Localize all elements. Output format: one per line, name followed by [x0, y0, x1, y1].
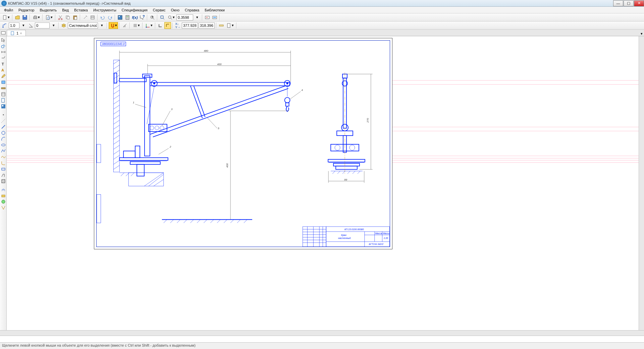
- line-tool[interactable]: [0, 124, 6, 130]
- ortho-button[interactable]: [157, 22, 164, 29]
- zoom-dropdown[interactable]: ▾: [194, 14, 201, 21]
- spline-tool[interactable]: [0, 154, 6, 160]
- vertical-scrollbar[interactable]: [639, 36, 644, 330]
- cut-button[interactable]: [57, 14, 64, 21]
- coord-y-input[interactable]: [199, 22, 215, 29]
- geometry-tool[interactable]: [0, 43, 6, 49]
- auxline-tool[interactable]: [0, 118, 6, 123]
- layer-icon[interactable]: [60, 22, 67, 29]
- undo-button[interactable]: [99, 14, 106, 21]
- reports-tool[interactable]: [0, 97, 6, 103]
- minimize-button[interactable]: —: [613, 0, 623, 6]
- close-button[interactable]: ✕: [634, 0, 644, 6]
- zoom-in-button[interactable]: +: [149, 14, 156, 21]
- grid-setup-button[interactable]: [121, 22, 128, 29]
- menu-select[interactable]: Выделить: [37, 7, 59, 13]
- snap-toggle[interactable]: ▾: [109, 22, 118, 29]
- spec-tool[interactable]: [0, 91, 6, 97]
- angle-dropdown[interactable]: ▾: [50, 22, 57, 29]
- edit-tool[interactable]: [0, 73, 6, 79]
- svg-rect-157: [343, 136, 346, 152]
- svg-line-133: [131, 173, 134, 176]
- step-button[interactable]: [1, 22, 8, 29]
- menu-service[interactable]: Сервис: [150, 7, 168, 13]
- dimensions-tool[interactable]: [0, 49, 6, 55]
- paste-button[interactable]: [72, 14, 78, 21]
- spec-button[interactable]: [89, 14, 96, 21]
- text-tool[interactable]: T: [0, 61, 6, 67]
- zoom-value-input[interactable]: [176, 14, 193, 20]
- menu-window[interactable]: Окно: [168, 7, 182, 13]
- menu-tools[interactable]: Инструменты: [91, 7, 119, 13]
- circle-tool[interactable]: [0, 130, 6, 136]
- menu-file[interactable]: Файл: [1, 7, 16, 13]
- select-tool[interactable]: [0, 37, 6, 43]
- report-button[interactable]: ▾: [225, 22, 235, 29]
- whatsthis-button[interactable]: ?: [139, 14, 146, 21]
- layer-dropdown[interactable]: ▾: [99, 22, 105, 29]
- assembly-contour-tool[interactable]: [0, 193, 6, 198]
- menu-spec[interactable]: Спецификация: [119, 7, 150, 13]
- command-line[interactable]: [0, 336, 644, 342]
- zoom-fit-button[interactable]: [159, 14, 166, 21]
- round-button[interactable]: [164, 22, 171, 29]
- layer-combo[interactable]: [68, 22, 98, 29]
- tabs-icon[interactable]: [1, 30, 6, 36]
- menu-help[interactable]: Справка: [182, 7, 202, 13]
- menu-edit[interactable]: Редактор: [16, 7, 37, 13]
- drawing-canvas[interactable]: 080000010340.0: [7, 36, 639, 330]
- equidistant-tool[interactable]: [0, 187, 6, 192]
- tab-close-button[interactable]: ×: [20, 31, 22, 35]
- attrib-tool[interactable]: [0, 199, 6, 204]
- construction-design-tool[interactable]: A: [0, 67, 6, 73]
- polyline-tool[interactable]: [0, 148, 6, 154]
- ellipse-tool[interactable]: [0, 142, 6, 148]
- new-button[interactable]: ▾: [1, 14, 11, 21]
- coord-x-input[interactable]: [182, 22, 198, 29]
- zoom-button[interactable]: ▾: [166, 14, 176, 21]
- maximize-button[interactable]: ▢: [624, 0, 634, 6]
- measure-button[interactable]: [218, 22, 225, 29]
- fillet-tool[interactable]: [0, 160, 6, 166]
- designations-tool[interactable]: [0, 55, 6, 61]
- tabs-expand-button[interactable]: ▾: [641, 32, 643, 36]
- redo-button[interactable]: [107, 14, 113, 21]
- rectangle-tool[interactable]: [0, 166, 6, 172]
- measure-tool[interactable]: [0, 85, 6, 91]
- svg-text:Копировал: Копировал: [354, 246, 368, 247]
- variables-button[interactable]: f(x): [131, 14, 138, 21]
- properties-button[interactable]: [82, 14, 89, 21]
- refresh-button[interactable]: [211, 14, 218, 21]
- menu-libs[interactable]: Библиотеки: [202, 7, 227, 13]
- clip-tool[interactable]: [0, 205, 6, 210]
- linewidth-input[interactable]: [9, 22, 19, 29]
- lcs-button[interactable]: ▾: [144, 22, 154, 29]
- insert-views-tool[interactable]: [0, 103, 6, 109]
- copy-button[interactable]: [64, 14, 71, 21]
- params-tool[interactable]: [0, 79, 6, 85]
- calculator-button[interactable]: [124, 14, 131, 21]
- menu-view[interactable]: Вид: [59, 7, 71, 13]
- svg-line-131: [121, 173, 124, 176]
- autoline-tool[interactable]: [0, 172, 6, 178]
- svg-rect-104: [119, 79, 146, 82]
- grid-button[interactable]: ▾: [131, 22, 141, 29]
- preview-button[interactable]: ▾: [44, 14, 54, 21]
- horizontal-scrollbar[interactable]: [0, 330, 644, 336]
- menu-insert[interactable]: Вставка: [71, 7, 91, 13]
- arc-tool[interactable]: [0, 136, 6, 142]
- angle-icon[interactable]: [28, 22, 34, 29]
- save-button[interactable]: [21, 14, 28, 21]
- svg-line-139: [164, 219, 167, 223]
- document-tab-1[interactable]: 1 ×: [7, 30, 26, 36]
- angle-input[interactable]: [35, 22, 50, 29]
- svg-text:настенный: настенный: [338, 237, 351, 239]
- print-button[interactable]: ▾: [32, 14, 41, 21]
- manager-button[interactable]: [117, 14, 123, 21]
- hatch-tool[interactable]: [0, 178, 6, 184]
- redraw-button[interactable]: [204, 14, 211, 21]
- point-tool[interactable]: [0, 112, 6, 117]
- open-button[interactable]: [14, 14, 21, 21]
- svg-line-172: [358, 171, 360, 174]
- linewidth-dropdown[interactable]: ▾: [20, 22, 27, 29]
